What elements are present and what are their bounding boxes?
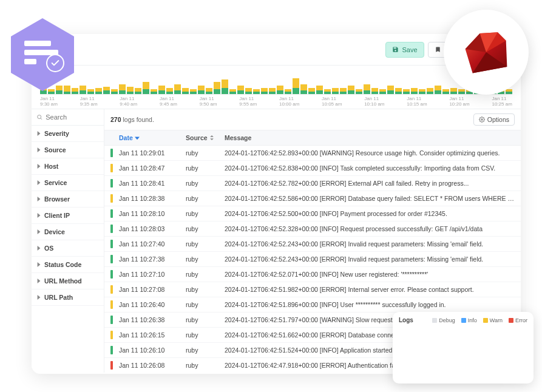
spark-bar[interactable] — [206, 88, 212, 94]
spark-bar[interactable] — [229, 89, 236, 94]
spark-bar[interactable] — [285, 89, 291, 94]
spark-bar[interactable] — [174, 84, 181, 94]
facet-url-method[interactable]: URL Method — [32, 273, 104, 289]
facet-url-path[interactable]: URL Path — [32, 289, 104, 306]
spark-bar[interactable] — [450, 88, 457, 94]
save-button-label: Save — [402, 46, 417, 53]
row-date: Jan 11 10:29:01 — [119, 149, 186, 157]
spark-bar[interactable] — [166, 88, 173, 94]
table-row[interactable]: Jan 11 10:27:10ruby2024-01-12T06:42:52.0… — [104, 267, 521, 282]
spark-bar[interactable] — [356, 89, 362, 94]
spark-bar[interactable] — [435, 86, 441, 94]
svg-point-5 — [38, 115, 41, 118]
table-row[interactable]: Jan 11 10:27:08ruby2024-01-12T06:42:51.9… — [104, 282, 521, 297]
row-date: Jan 11 10:26:38 — [119, 316, 186, 323]
facet-source[interactable]: Source — [32, 142, 104, 158]
facet-os[interactable]: OS — [32, 240, 104, 257]
spark-bar[interactable] — [56, 86, 63, 94]
facet-severity[interactable]: Severity — [32, 126, 104, 142]
row-message: 2024-01-12T06:42:52.243+00:00 [ERROR] In… — [225, 255, 515, 263]
spark-bar[interactable] — [143, 82, 149, 94]
facet-label: Source — [44, 146, 66, 154]
spark-bar[interactable] — [64, 86, 70, 94]
spark-bar[interactable] — [411, 88, 418, 94]
facet-browser[interactable]: Browser — [32, 191, 104, 208]
spark-bar[interactable] — [316, 86, 323, 94]
spark-bar[interactable] — [427, 88, 433, 94]
table-row[interactable]: Jan 11 10:27:40ruby2024-01-12T06:42:52.2… — [104, 237, 521, 252]
table-row[interactable]: Jan 11 10:29:01ruby2024-01-12T06:42:52.8… — [104, 146, 521, 161]
spark-bar[interactable] — [48, 89, 55, 94]
facet-client-ip[interactable]: Client IP — [32, 208, 104, 224]
spark-bar[interactable] — [103, 87, 110, 94]
spark-bar[interactable] — [458, 89, 465, 94]
spark-bar[interactable] — [198, 86, 205, 94]
table-row[interactable]: Jan 11 10:27:38ruby2024-01-12T06:42:52.2… — [104, 252, 521, 267]
spark-bar[interactable] — [269, 88, 276, 94]
row-source: ruby — [186, 240, 225, 248]
spark-bar[interactable] — [506, 89, 512, 94]
spark-bar[interactable] — [403, 89, 410, 94]
column-date[interactable]: Date — [119, 134, 140, 141]
table-row[interactable]: Jan 11 10:28:38ruby2024-01-12T06:42:52.5… — [104, 191, 521, 206]
search-input[interactable] — [46, 113, 99, 121]
spark-bar[interactable] — [293, 78, 299, 94]
facet-device[interactable]: Device — [32, 224, 104, 240]
spark-bar[interactable] — [80, 86, 86, 94]
options-button[interactable]: Options — [473, 113, 515, 126]
facet-host[interactable]: Host — [32, 158, 104, 175]
facet-status-code[interactable]: Status Code — [32, 257, 104, 273]
table-header: Date Source Message — [104, 130, 521, 146]
spark-bar[interactable] — [182, 88, 189, 94]
spark-bar[interactable] — [87, 89, 94, 94]
spark-bar[interactable] — [332, 88, 339, 94]
spark-bar[interactable] — [261, 88, 268, 94]
spark-bar[interactable] — [308, 88, 315, 94]
table-row[interactable]: Jan 11 10:26:40ruby2024-01-12T06:42:51.8… — [104, 297, 521, 313]
spark-bar[interactable] — [222, 79, 228, 94]
spark-bar[interactable] — [387, 86, 394, 94]
table-row[interactable]: Jan 11 10:28:03ruby2024-01-12T06:42:52.3… — [104, 221, 521, 237]
table-row[interactable]: Jan 11 10:28:10ruby2024-01-12T06:42:52.5… — [104, 206, 521, 221]
column-source[interactable]: Source — [186, 134, 214, 141]
chevron-right-icon — [36, 246, 41, 251]
spark-bar[interactable] — [135, 88, 141, 94]
spark-bar[interactable] — [395, 88, 402, 94]
facet-service[interactable]: Service — [32, 175, 104, 191]
timeline-chart[interactable]: 10 Jan 119:30 amJan 119:35 amJan 119:40 … — [32, 66, 521, 109]
spark-bar[interactable] — [127, 87, 134, 94]
chevron-right-icon — [36, 262, 41, 267]
spark-bar[interactable] — [348, 86, 354, 94]
facet-label: Status Code — [44, 261, 81, 268]
spark-bar[interactable] — [72, 88, 78, 94]
save-button[interactable]: Save — [385, 42, 424, 58]
spark-bar[interactable] — [253, 89, 260, 94]
spark-bar[interactable] — [190, 89, 197, 94]
chevron-right-icon — [36, 147, 41, 152]
timeline-y-label: 10 — [40, 70, 512, 76]
spark-bar[interactable] — [277, 86, 283, 94]
spark-bar[interactable] — [300, 84, 307, 94]
spark-tick: Jan 1110:25 am — [492, 96, 512, 107]
spark-bar[interactable] — [245, 88, 252, 94]
spark-bar[interactable] — [111, 89, 118, 94]
spark-bar[interactable] — [237, 86, 244, 94]
spark-bar[interactable] — [364, 84, 370, 94]
spark-bar[interactable] — [442, 89, 449, 94]
spark-bar[interactable] — [151, 89, 157, 94]
spark-bar[interactable] — [214, 82, 220, 94]
search-box[interactable] — [32, 109, 104, 126]
table-row[interactable]: Jan 11 10:28:41ruby2024-01-12T06:42:52.7… — [104, 176, 521, 191]
row-source: ruby — [186, 255, 225, 263]
spark-bar[interactable] — [371, 88, 378, 94]
row-date: Jan 11 10:27:08 — [119, 286, 186, 293]
spark-bar[interactable] — [95, 88, 102, 94]
spark-bar[interactable] — [340, 88, 347, 94]
table-row[interactable]: Jan 11 10:28:47ruby2024-01-12T06:42:52.8… — [104, 161, 521, 176]
spark-bar[interactable] — [119, 84, 126, 94]
spark-bar[interactable] — [158, 86, 165, 94]
spark-bar[interactable] — [324, 89, 331, 94]
row-message: 2024-01-12T06:42:51.896+00:00 [INFO] Use… — [225, 301, 515, 308]
spark-bar[interactable] — [419, 89, 425, 94]
spark-bar[interactable] — [379, 89, 386, 94]
